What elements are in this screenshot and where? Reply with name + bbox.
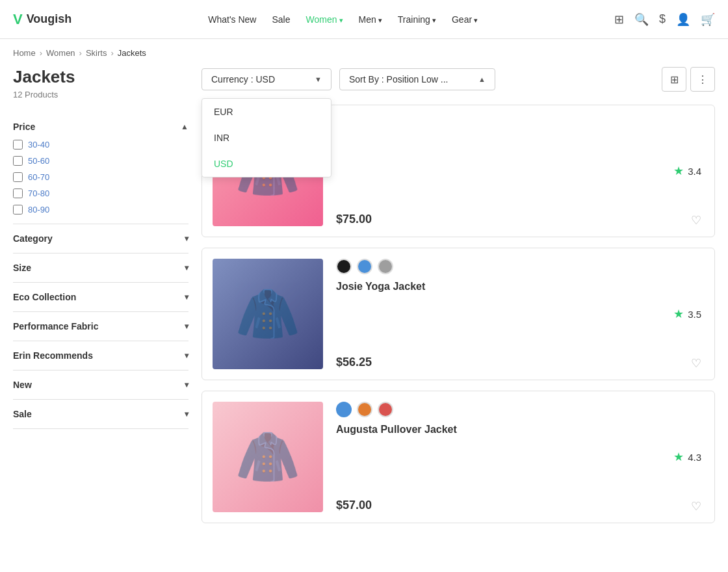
filter-price: Price ▲ 30-40 50-60 60-70 70-80: [13, 112, 188, 224]
filter-price-50-60[interactable]: 50-60: [13, 156, 188, 166]
star-icon-3: ★: [673, 450, 684, 464]
filter-erin-arrow-icon: ▾: [185, 351, 188, 360]
wishlist-button-2[interactable]: ♡: [691, 356, 701, 370]
filter-price-30-40-checkbox[interactable]: [13, 140, 23, 150]
filter-sale-header[interactable]: Sale ▾: [13, 409, 188, 419]
filter-price-70-80-label: 70-80: [28, 188, 49, 198]
filter-price-60-70-label: 60-70: [28, 172, 49, 182]
toolbar: Currency : USD ▼ EUR INR USD Sort By : P…: [202, 67, 715, 92]
swatch-red-3[interactable]: [378, 402, 393, 417]
header-icons: ⊞ 🔍 $ 👤 🛒: [614, 12, 715, 27]
star-icon-1: ★: [673, 164, 684, 178]
sort-select[interactable]: Sort By : Position Low ... ▲: [339, 68, 495, 90]
product-name-3: Augusta Pullover Jacket: [336, 424, 704, 436]
search-icon[interactable]: 🔍: [634, 12, 649, 27]
logo-v-icon: V: [13, 11, 23, 28]
filter-size-arrow-icon: ▾: [185, 263, 188, 272]
store-icon[interactable]: ⊞: [614, 12, 624, 27]
filter-sale: Sale ▾: [13, 400, 188, 429]
swatch-blue-3[interactable]: [336, 402, 352, 417]
swatch-blue-2[interactable]: [357, 259, 372, 274]
breadcrumb-home[interactable]: Home: [13, 48, 36, 58]
filter-category-label: Category: [13, 233, 53, 244]
header: V Vougish What's New Sale Women Men Trai…: [0, 0, 728, 39]
currency-option-eur[interactable]: EUR: [202, 99, 331, 125]
filter-erin: Erin Recommends ▾: [13, 341, 188, 370]
product-image-2: 🧥: [213, 259, 323, 369]
filter-price-arrow-icon: ▲: [181, 122, 188, 131]
filter-performance: Performance Fabric ▾: [13, 312, 188, 341]
filter-price-80-90[interactable]: 80-90: [13, 205, 188, 214]
filter-new-header[interactable]: New ▾: [13, 380, 188, 390]
filter-new-label: New: [13, 380, 32, 390]
product-price-2: $56.25: [336, 356, 704, 369]
product-name-2: Josie Yoga Jacket: [336, 281, 704, 292]
filter-price-60-70-checkbox[interactable]: [13, 172, 23, 182]
currency-option-inr[interactable]: INR: [202, 125, 331, 151]
nav-men[interactable]: Men: [359, 14, 382, 25]
product-rating-2: ★ 3.5: [673, 307, 701, 321]
filter-category-arrow-icon: ▾: [185, 234, 188, 243]
filter-price-label: Price: [13, 122, 35, 132]
swatch-black-2[interactable]: [336, 259, 352, 274]
logo[interactable]: V Vougish: [13, 11, 72, 28]
currency-option-usd[interactable]: USD: [202, 151, 331, 177]
filter-size-label: Size: [13, 263, 31, 273]
nav-women[interactable]: Women: [306, 14, 343, 25]
product-info-1: $75.00: [336, 116, 704, 226]
filter-price-80-90-label: 80-90: [28, 205, 49, 214]
breadcrumb-sep-2: ›: [79, 48, 82, 58]
product-figure-3: 🧥: [235, 426, 300, 488]
product-image-3: 🧥: [213, 402, 323, 512]
filter-eco: Eco Collection ▾: [13, 283, 188, 312]
currency-dropdown-arrow-icon: ▼: [315, 75, 322, 83]
filter-price-50-60-checkbox[interactable]: [13, 156, 23, 166]
currency-select[interactable]: Currency : USD ▼: [202, 68, 332, 90]
cart-icon[interactable]: 🛒: [701, 12, 715, 27]
nav-training[interactable]: Training: [398, 14, 436, 25]
filter-category: Category ▾: [13, 224, 188, 254]
nav-sale[interactable]: Sale: [272, 14, 290, 25]
filter-price-header[interactable]: Price ▲: [13, 122, 188, 132]
main-content: Currency : USD ▼ EUR INR USD Sort By : P…: [202, 67, 715, 523]
filter-performance-label: Performance Fabric: [13, 321, 99, 332]
filter-price-70-80-checkbox[interactable]: [13, 188, 23, 198]
filter-erin-label: Erin Recommends: [13, 350, 93, 361]
wishlist-button-3[interactable]: ♡: [691, 499, 701, 514]
filter-eco-header[interactable]: Eco Collection ▾: [13, 292, 188, 302]
currency-wrapper: Currency : USD ▼ EUR INR USD: [202, 68, 332, 90]
breadcrumb-current: Jackets: [118, 48, 146, 58]
filter-price-80-90-checkbox[interactable]: [13, 205, 23, 214]
swatch-gray-2[interactable]: [378, 259, 393, 274]
color-swatches-3: [336, 402, 704, 417]
product-count: 12 Products: [13, 90, 188, 99]
breadcrumb-skirts[interactable]: Skirts: [86, 48, 107, 58]
filter-eco-arrow-icon: ▾: [185, 292, 188, 302]
filter-erin-header[interactable]: Erin Recommends ▾: [13, 350, 188, 361]
filter-size: Size ▾: [13, 254, 188, 283]
product-info-3: Augusta Pullover Jacket $57.00: [336, 402, 704, 512]
account-icon[interactable]: 👤: [676, 12, 690, 27]
filter-price-options: 30-40 50-60 60-70 70-80 80-90: [13, 140, 188, 214]
wishlist-button-1[interactable]: ♡: [691, 213, 701, 228]
currency-icon[interactable]: $: [659, 12, 666, 26]
filter-size-header[interactable]: Size ▾: [13, 263, 188, 273]
star-icon-2: ★: [673, 307, 684, 321]
nav-gear[interactable]: Gear: [452, 14, 478, 25]
logo-name: Vougish: [27, 12, 72, 26]
nav-whats-new[interactable]: What's New: [208, 14, 256, 25]
breadcrumb: Home › Women › Skirts › Jackets: [0, 39, 728, 67]
filter-price-60-70[interactable]: 60-70: [13, 172, 188, 182]
grid-view-icon[interactable]: ⊞: [662, 67, 686, 92]
product-card-3: 🧥 Augusta Pullover Jacket $57.00 ★ 4.3 ♡: [202, 391, 715, 523]
filter-price-70-80[interactable]: 70-80: [13, 188, 188, 198]
sort-select-label: Sort By : Position Low ...: [349, 74, 448, 84]
filter-price-30-40[interactable]: 30-40: [13, 140, 188, 150]
product-card-2: 🧥 Josie Yoga Jacket $56.25 ★ 3.5 ♡: [202, 248, 715, 380]
list-view-icon[interactable]: ⋮: [690, 67, 715, 92]
breadcrumb-women[interactable]: Women: [46, 48, 75, 58]
filter-category-header[interactable]: Category ▾: [13, 233, 188, 244]
filter-performance-header[interactable]: Performance Fabric ▾: [13, 321, 188, 332]
main-nav: What's New Sale Women Men Training Gear: [208, 14, 478, 25]
swatch-orange-3[interactable]: [357, 402, 372, 417]
